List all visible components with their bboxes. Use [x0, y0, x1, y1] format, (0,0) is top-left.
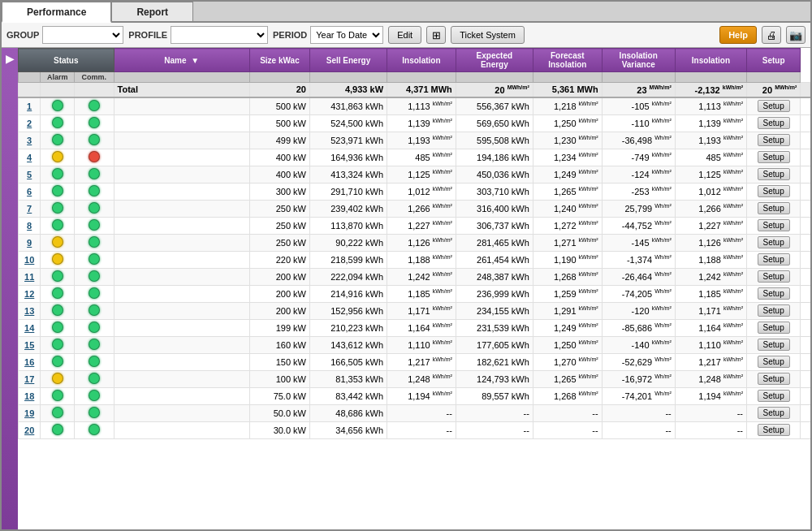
row-number[interactable]: 18: [24, 391, 34, 401]
setup-cell[interactable]: Setup: [747, 217, 801, 234]
row-number[interactable]: 9: [27, 238, 32, 248]
setup-button[interactable]: Setup: [758, 185, 790, 197]
setup-button[interactable]: Setup: [758, 236, 790, 248]
setup-cell[interactable]: Setup: [747, 166, 801, 183]
row-num-cell[interactable]: 18: [19, 387, 41, 404]
edit-button[interactable]: Edit: [388, 26, 421, 44]
row-number[interactable]: 4: [27, 153, 32, 162]
row-number[interactable]: 6: [27, 187, 32, 196]
total-rownum: [19, 83, 41, 97]
row-num-cell[interactable]: 15: [19, 336, 41, 353]
period-select[interactable]: Year To Date This Month Last Month Last …: [310, 26, 383, 44]
row-number[interactable]: 13: [24, 306, 34, 316]
row-number[interactable]: 19: [24, 408, 34, 418]
setup-button[interactable]: Setup: [758, 202, 790, 214]
setup-cell[interactable]: Setup: [747, 234, 801, 251]
setup-cell[interactable]: Setup: [747, 200, 801, 217]
row-num-cell[interactable]: 8: [19, 217, 41, 234]
setup-cell[interactable]: Setup: [747, 285, 801, 302]
setup-cell[interactable]: Setup: [747, 149, 801, 166]
row-num-cell[interactable]: 10: [19, 251, 41, 268]
row-number[interactable]: 2: [27, 119, 32, 128]
help-button[interactable]: Help: [719, 26, 757, 44]
row-number[interactable]: 7: [27, 204, 32, 214]
setup-button[interactable]: Setup: [758, 134, 790, 146]
setup-button[interactable]: Setup: [758, 356, 790, 368]
row-num-cell[interactable]: 1: [19, 97, 41, 115]
row-number[interactable]: 17: [24, 374, 34, 384]
setup-button[interactable]: Setup: [758, 322, 790, 334]
setup-cell[interactable]: Setup: [747, 302, 801, 319]
setup-cell[interactable]: Setup: [747, 114, 801, 132]
row-number[interactable]: 8: [27, 221, 32, 231]
setup-cell[interactable]: Setup: [747, 336, 801, 353]
row-number[interactable]: 15: [24, 340, 34, 350]
setup-button[interactable]: Setup: [758, 270, 790, 283]
tab-report[interactable]: Report: [111, 2, 193, 21]
row-number[interactable]: 14: [24, 323, 34, 333]
row-number[interactable]: 12: [24, 289, 34, 299]
setup-button[interactable]: Setup: [758, 253, 790, 266]
setup-cell[interactable]: Setup: [747, 132, 801, 149]
setup-button[interactable]: Setup: [758, 304, 790, 317]
row-num-cell[interactable]: 9: [19, 234, 41, 251]
side-arrow[interactable]: ▶: [2, 48, 18, 529]
setup-cell[interactable]: Setup: [747, 421, 801, 438]
setup-button[interactable]: Setup: [758, 100, 790, 112]
row-num-cell[interactable]: 17: [19, 370, 41, 387]
comm-indicator: [89, 151, 100, 162]
row-num-cell[interactable]: 6: [19, 183, 41, 200]
row-num-cell[interactable]: 20: [19, 421, 41, 438]
setup-cell[interactable]: Setup: [747, 251, 801, 268]
setup-cell[interactable]: Setup: [747, 387, 801, 404]
grid-view-button[interactable]: ⊞: [426, 26, 446, 44]
setup-button[interactable]: Setup: [758, 390, 790, 402]
setup-button[interactable]: Setup: [758, 219, 790, 231]
row-num-cell[interactable]: 3: [19, 132, 41, 149]
sell-cell: 214,916 kWh: [309, 285, 387, 302]
row-number[interactable]: 10: [24, 255, 34, 265]
row-number[interactable]: 1: [27, 101, 32, 111]
profile-select[interactable]: [171, 26, 268, 44]
row-number[interactable]: 20: [24, 425, 34, 435]
comm-cell: [75, 97, 114, 115]
setup-cell[interactable]: Setup: [747, 404, 801, 421]
row-num-cell[interactable]: 2: [19, 114, 41, 132]
setup-button[interactable]: Setup: [758, 407, 790, 419]
tab-performance[interactable]: Performance: [2, 2, 111, 23]
row-number[interactable]: 16: [24, 357, 34, 367]
ticket-system-button[interactable]: Ticket System: [451, 26, 525, 44]
print-button[interactable]: 🖨: [762, 26, 781, 44]
setup-button[interactable]: Setup: [758, 168, 790, 180]
row-num-cell[interactable]: 11: [19, 268, 41, 285]
row-num-cell[interactable]: 12: [19, 285, 41, 302]
row-number[interactable]: 5: [27, 170, 32, 179]
setup-cell[interactable]: Setup: [747, 268, 801, 285]
row-number[interactable]: 3: [27, 136, 32, 145]
total-setup: [801, 83, 810, 97]
row-num-cell[interactable]: 13: [19, 302, 41, 319]
row-num-cell[interactable]: 14: [19, 319, 41, 336]
setup-cell[interactable]: Setup: [747, 370, 801, 387]
row-num-cell[interactable]: 16: [19, 353, 41, 370]
setup-button[interactable]: Setup: [758, 151, 790, 163]
setup-cell[interactable]: Setup: [747, 353, 801, 370]
setup-cell[interactable]: Setup: [747, 319, 801, 336]
setup-button[interactable]: Setup: [758, 287, 790, 300]
group-select[interactable]: [42, 26, 123, 44]
setup-button[interactable]: Setup: [758, 373, 790, 385]
row-number[interactable]: 11: [24, 272, 34, 282]
setup-cell[interactable]: Setup: [747, 183, 801, 200]
setup-button[interactable]: Setup: [758, 117, 790, 129]
name-cell: [114, 336, 249, 353]
row-num-cell[interactable]: 7: [19, 200, 41, 217]
setup-button[interactable]: Setup: [758, 424, 790, 436]
col-header-name[interactable]: Name ▼: [114, 49, 249, 72]
name-cell: [114, 217, 249, 234]
camera-button[interactable]: 📷: [786, 26, 806, 44]
row-num-cell[interactable]: 4: [19, 149, 41, 166]
row-num-cell[interactable]: 19: [19, 404, 41, 421]
row-num-cell[interactable]: 5: [19, 166, 41, 183]
setup-button[interactable]: Setup: [758, 339, 790, 351]
setup-cell[interactable]: Setup: [747, 97, 801, 115]
